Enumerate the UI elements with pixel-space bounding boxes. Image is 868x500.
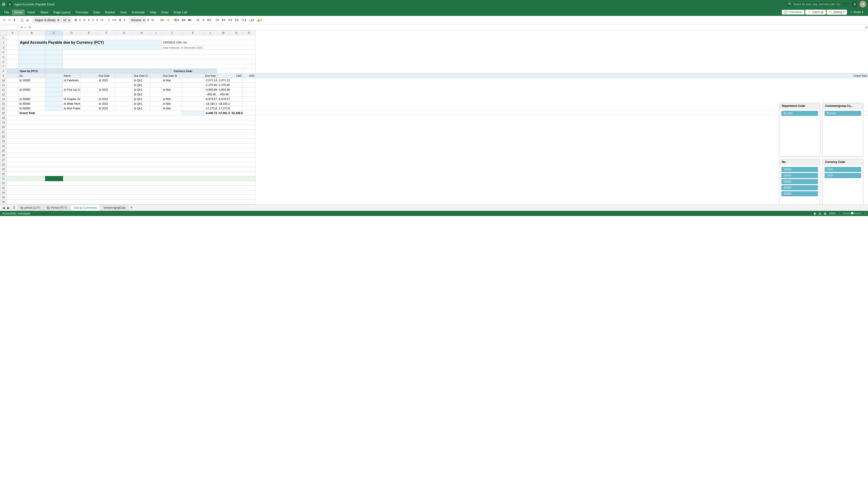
col-header-L[interactable]: L (204, 31, 217, 35)
avatar[interactable]: U (859, 1, 866, 8)
menu-share[interactable]: Share (38, 10, 51, 15)
fill-btn[interactable]: ⬇▾ (221, 18, 226, 22)
font-color-dropdown[interactable]: ▾ (95, 18, 99, 22)
menu-pagelayout[interactable]: Page Layout (51, 10, 73, 15)
more-button[interactable]: ⬇ (12, 18, 16, 22)
menu-formulas[interactable]: Formulas (73, 10, 91, 15)
menu-file[interactable]: File (2, 10, 11, 15)
cell-reference-input[interactable]: C31 (1, 25, 17, 30)
tab-vendoraging-data[interactable]: VendorAgingData (101, 205, 128, 211)
sheet-nav-next[interactable]: ▶ (6, 205, 11, 210)
col-header-H[interactable]: H (133, 31, 150, 35)
currency-btn[interactable]: $ (146, 18, 150, 22)
col-header-F[interactable]: F (98, 31, 115, 35)
menu-draw[interactable]: Draw (159, 10, 171, 15)
zoom-slider[interactable] (843, 213, 861, 214)
sheet-menu-btn[interactable]: ☰ (11, 205, 17, 210)
dept-filter-blank[interactable]: BLANK (781, 111, 818, 116)
no-filter-30000[interactable]: 30000 (781, 179, 818, 184)
delete-cells-btn[interactable]: -▾ (201, 18, 205, 22)
tab-by-period-lcy[interactable]: By period (LCY) (17, 205, 43, 211)
merge-dropdown[interactable]: ▾ (123, 18, 126, 22)
share-button[interactable]: ↗ Share ▾ (847, 10, 866, 14)
sheet-nav-prev[interactable]: ◀ (1, 205, 6, 210)
fill-dropdown[interactable]: ▾ (87, 18, 91, 22)
comma-btn[interactable]: , (155, 18, 158, 22)
number-format-select[interactable]: General (129, 17, 146, 23)
col-header-C[interactable]: C (45, 31, 63, 35)
bold-dropdown[interactable]: ▾ (78, 18, 82, 22)
insert-cells-btn[interactable]: +▾ (195, 18, 200, 22)
menu-insert[interactable]: Insert (25, 10, 38, 15)
format-painter-btn[interactable]: 🖌 (25, 18, 30, 22)
search-bar[interactable]: 🔍 Search for tools, help, and more (Alt … (784, 1, 850, 7)
cancel-formula-btn[interactable]: ✕ (20, 25, 23, 29)
currency-filter-cad[interactable]: CAD (824, 167, 861, 172)
clear-btn[interactable]: ✕▾ (227, 18, 233, 22)
percent-btn[interactable]: % (150, 18, 155, 22)
zoom-out-btn[interactable]: − (838, 212, 840, 215)
col-header-A[interactable]: A (7, 31, 19, 35)
no-filter-20000[interactable]: 20000 (781, 173, 818, 178)
col-header-O[interactable]: O (243, 31, 256, 35)
col-header-D[interactable]: D (63, 31, 80, 35)
comments-button[interactable]: 💬 Comments (782, 10, 805, 15)
align-left-btn[interactable]: ≡ (107, 18, 111, 22)
expand-formula-btn[interactable]: ▾ (866, 25, 867, 29)
menu-help[interactable]: Help (148, 10, 159, 15)
waffle-icon[interactable]: ⊞ (2, 2, 5, 7)
editing-button[interactable]: ✏️ Editing ▾ (826, 10, 847, 15)
font-color-btn[interactable]: A (91, 18, 95, 22)
col-header-K[interactable]: K (182, 31, 204, 35)
font-size-select[interactable]: 10 (61, 17, 71, 23)
custgroup-filter-blank[interactable]: BLANK (824, 111, 861, 116)
cell-styles-btn[interactable]: ■▾ (187, 18, 192, 22)
view-layout-btn[interactable]: ▤ (819, 212, 821, 215)
menu-data[interactable]: Data (91, 10, 102, 15)
no-filter-50000[interactable]: 50000 (781, 191, 818, 196)
view-normal-btn[interactable]: ▣ (813, 212, 816, 215)
menu-automate[interactable]: Automate (129, 10, 147, 15)
settings-icon[interactable]: ⚙ (852, 1, 858, 7)
bold-button[interactable]: B (74, 18, 78, 22)
autosum-btn[interactable]: Σ▾ (215, 18, 220, 22)
selected-cell-C31[interactable] (45, 176, 63, 181)
col-header-E[interactable]: E (80, 31, 98, 35)
menu-review[interactable]: Review (103, 10, 117, 15)
menu-view[interactable]: View (118, 10, 129, 15)
wrap-btn[interactable]: ↵≡ (111, 18, 117, 22)
view-break-btn[interactable]: ▦ (824, 212, 826, 215)
col-header-J[interactable]: J (162, 31, 182, 35)
undo-button[interactable]: ↩ (2, 18, 7, 22)
add-sheet-btn[interactable]: + (129, 205, 134, 210)
zoom-in-btn[interactable]: + (864, 212, 866, 215)
tab-due-by-currencies[interactable]: Due by Currencies (71, 205, 100, 211)
col-header-G[interactable]: G (115, 31, 133, 35)
menu-home[interactable]: Home (12, 10, 25, 15)
confirm-formula-btn[interactable]: ✓ (24, 25, 27, 29)
no-filter-10000[interactable]: 10000 (781, 167, 818, 172)
col-header-B[interactable]: B (19, 31, 45, 35)
find-select-btn[interactable]: 🔍▾ (240, 18, 247, 22)
col-header-N[interactable]: N (230, 31, 243, 35)
fill-color-btn[interactable]: A (82, 18, 87, 22)
conditional-format-btn[interactable]: 🎨▾ (173, 18, 180, 22)
merge-btn[interactable]: ⊞ (118, 18, 122, 22)
col-header-M[interactable]: M (217, 31, 230, 35)
currency-filter-usd[interactable]: USD (824, 173, 861, 178)
sort-filter-btn[interactable]: ⇅▾ (234, 18, 240, 22)
menu-scriptlab[interactable]: Script Lab (171, 10, 190, 15)
analyze-btn[interactable]: 📊▾ (248, 18, 255, 22)
sensitivity-btn[interactable]: 🔒▾ (256, 18, 263, 22)
more-format-btn[interactable]: ••• (99, 18, 105, 22)
redo-button[interactable]: ↪ (7, 18, 12, 22)
decrease-decimal-btn[interactable]: .00→.0 (159, 18, 170, 22)
tab-by-period-fcy[interactable]: By Period (FCY) (44, 205, 70, 211)
format-cells-btn[interactable]: ⚙▾ (206, 18, 212, 22)
clipboard-icon-btn[interactable]: 📋 (19, 18, 25, 22)
format-table-btn[interactable]: ⊞▾ (180, 18, 187, 22)
font-family-select[interactable]: Segoe UI (Body) (33, 17, 60, 23)
col-header-I[interactable]: I (150, 31, 162, 35)
formula-input[interactable] (33, 25, 865, 30)
catchup-button[interactable]: ⚡ Catch up (805, 10, 826, 15)
